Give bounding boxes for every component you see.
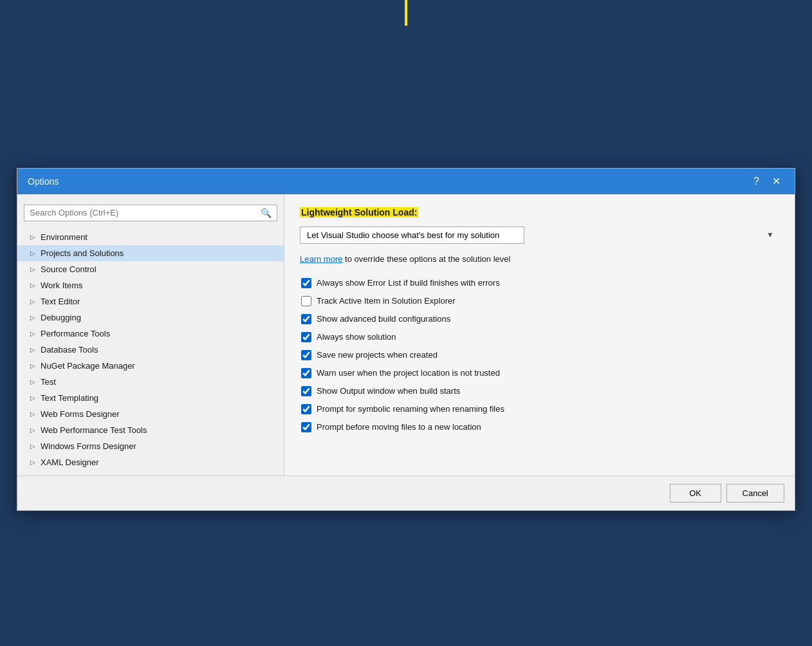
help-button[interactable]: ?: [750, 175, 763, 188]
dropdown-wrapper: Let Visual Studio choose what's best for…: [300, 226, 779, 244]
sidebar-item[interactable]: ▷Database Tools: [17, 342, 284, 358]
checkbox-item: Prompt before moving files to a new loca…: [300, 420, 779, 435]
sidebar-item-label: Projects and Solutions: [41, 248, 124, 258]
sidebar-item[interactable]: ▷Projects and Solutions: [17, 245, 284, 261]
sidebar-item[interactable]: ▷Test: [17, 374, 284, 390]
checkbox-item: Prompt for symbolic renaming when renami…: [300, 401, 779, 417]
checkbox-group: Always show Error List if build finishes…: [300, 275, 779, 435]
sidebar-item-label: Work Items: [41, 281, 83, 290]
sidebar-items-container: ▷Environment▷Projects and Solutions▷Sour…: [17, 229, 284, 470]
sidebar-item-label: Text Editor: [41, 297, 80, 306]
search-box[interactable]: 🔍: [24, 205, 277, 221]
learn-more-row: Learn more to override these options at …: [300, 254, 779, 264]
dialog-body: 🔍 ▷Environment▷Projects and Solutions▷So…: [17, 194, 795, 475]
dialog-title: Options: [28, 176, 59, 187]
section-title: Lightweight Solution Load:: [300, 207, 418, 217]
checkbox-input[interactable]: [301, 404, 311, 414]
learn-more-link[interactable]: Learn more: [300, 254, 342, 264]
checkbox-label[interactable]: Track Active Item in Solution Explorer: [317, 296, 456, 306]
expand-arrow-icon: ▷: [30, 250, 35, 257]
sidebar-item[interactable]: ▷Performance Tools: [17, 326, 284, 342]
expand-arrow-icon: ▷: [30, 234, 35, 241]
checkbox-label[interactable]: Always show Error List if build finishes…: [317, 278, 500, 288]
checkbox-item: Save new projects when created: [300, 347, 779, 363]
sidebar-item-label: XAML Designer: [41, 457, 99, 467]
checkbox-label[interactable]: Prompt for symbolic renaming when renami…: [317, 404, 504, 414]
checkbox-item: Always show solution: [300, 329, 779, 345]
checkbox-label[interactable]: Warn user when the project location is n…: [317, 368, 500, 378]
sidebar-item-label: Web Forms Designer: [41, 409, 120, 419]
content-panel: Lightweight Solution Load: Let Visual St…: [284, 194, 795, 475]
close-button[interactable]: ✕: [768, 175, 784, 188]
checkbox-input[interactable]: [301, 278, 311, 288]
sidebar: 🔍 ▷Environment▷Projects and Solutions▷So…: [17, 194, 284, 475]
ok-button[interactable]: OK: [670, 484, 721, 503]
expand-arrow-icon: ▷: [30, 394, 35, 401]
expand-arrow-icon: ▷: [30, 411, 35, 418]
checkbox-item: Warn user when the project location is n…: [300, 365, 779, 381]
dialog-footer: OK Cancel: [17, 475, 795, 510]
checkbox-label[interactable]: Prompt before moving files to a new loca…: [317, 422, 481, 432]
checkbox-item: Show Output window when build starts: [300, 383, 779, 399]
checkbox-input[interactable]: [301, 296, 311, 306]
sidebar-item-label: Text Templating: [41, 393, 98, 403]
sidebar-item-label: Web Performance Test Tools: [41, 425, 147, 435]
expand-arrow-icon: ▷: [30, 362, 35, 369]
sidebar-item[interactable]: ▷NuGet Package Manager: [17, 358, 284, 374]
sidebar-item[interactable]: ▷Web Forms Designer: [17, 406, 284, 422]
expand-arrow-icon: ▷: [30, 443, 35, 450]
expand-arrow-icon: ▷: [30, 298, 35, 305]
sidebar-item-label: Environment: [41, 232, 88, 242]
sidebar-item[interactable]: ▷Text Templating: [17, 390, 284, 406]
sidebar-item-label: Performance Tools: [41, 329, 110, 338]
sidebar-item[interactable]: ▷Debugging: [17, 309, 284, 326]
search-icon: 🔍: [261, 208, 272, 218]
checkbox-label[interactable]: Show advanced build configurations: [317, 314, 450, 324]
sidebar-item[interactable]: ▷Source Control: [17, 261, 284, 277]
sidebar-item[interactable]: ▷Windows Forms Designer: [17, 438, 284, 454]
checkbox-label[interactable]: Show Output window when build starts: [317, 386, 460, 396]
accent-bar: [405, 0, 407, 26]
titlebar-controls: ? ✕: [750, 175, 784, 188]
expand-arrow-icon: ▷: [30, 459, 35, 466]
expand-arrow-icon: ▷: [30, 282, 35, 289]
sidebar-item-label: Debugging: [41, 313, 81, 322]
expand-arrow-icon: ▷: [30, 314, 35, 321]
sidebar-item[interactable]: ▷Web Performance Test Tools: [17, 422, 284, 438]
dropdown-row: Let Visual Studio choose what's best for…: [300, 226, 779, 244]
sidebar-item[interactable]: ▷Environment: [17, 229, 284, 245]
expand-arrow-icon: ▷: [30, 266, 35, 273]
checkbox-input[interactable]: [301, 422, 311, 432]
sidebar-item[interactable]: ▷XAML Designer: [17, 454, 284, 470]
sidebar-item-label: Windows Forms Designer: [41, 441, 136, 451]
checkbox-input[interactable]: [301, 314, 311, 324]
lightweight-load-dropdown[interactable]: Let Visual Studio choose what's best for…: [300, 226, 524, 244]
checkbox-item: Always show Error List if build finishes…: [300, 275, 779, 291]
sidebar-item[interactable]: ▷Text Editor: [17, 293, 284, 309]
checkbox-input[interactable]: [301, 350, 311, 360]
learn-more-text: to override these options at the solutio…: [342, 254, 510, 264]
checkbox-input[interactable]: [301, 368, 311, 378]
sidebar-item[interactable]: ▷Work Items: [17, 277, 284, 293]
checkbox-label[interactable]: Save new projects when created: [317, 350, 438, 360]
sidebar-item-label: Database Tools: [41, 345, 98, 355]
sidebar-item-label: Source Control: [41, 264, 97, 274]
sidebar-item-label: NuGet Package Manager: [41, 361, 135, 371]
checkbox-label[interactable]: Always show solution: [317, 332, 396, 342]
dialog-titlebar: Options ? ✕: [17, 169, 795, 194]
expand-arrow-icon: ▷: [30, 378, 35, 385]
checkbox-item: Track Active Item in Solution Explorer: [300, 293, 779, 309]
checkbox-item: Show advanced build configurations: [300, 311, 779, 327]
options-dialog: Options ? ✕ 🔍 ▷Environment▷Projects and …: [17, 168, 795, 511]
expand-arrow-icon: ▷: [30, 330, 35, 337]
expand-arrow-icon: ▷: [30, 346, 35, 353]
expand-arrow-icon: ▷: [30, 427, 35, 434]
sidebar-item-label: Test: [41, 377, 56, 387]
checkbox-input[interactable]: [301, 332, 311, 342]
cancel-button[interactable]: Cancel: [726, 484, 784, 503]
search-input[interactable]: [30, 208, 261, 217]
chevron-down-icon: ▼: [766, 230, 774, 239]
checkbox-input[interactable]: [301, 386, 311, 396]
